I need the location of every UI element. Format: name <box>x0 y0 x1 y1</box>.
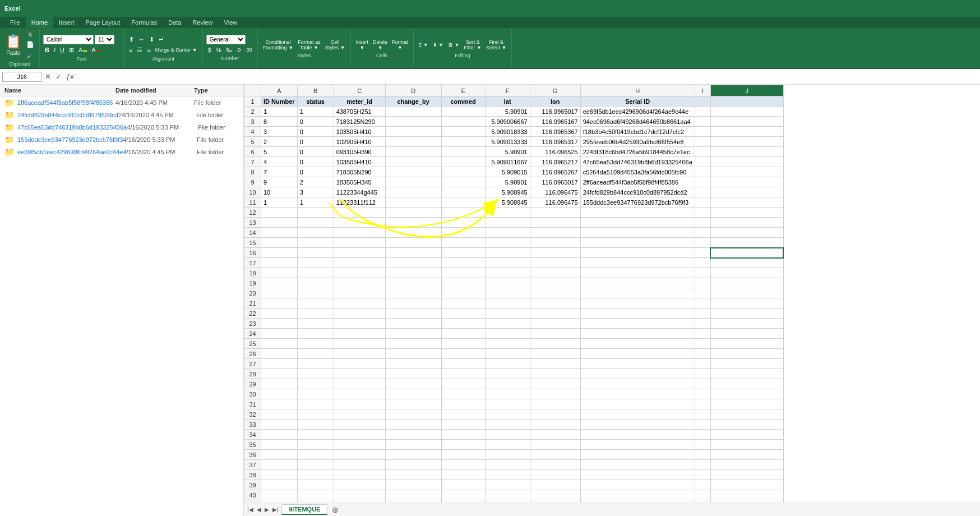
cell-a11[interactable]: 1 <box>261 197 298 208</box>
cell-j40[interactable] <box>710 490 783 500</box>
cell-c22[interactable] <box>334 308 385 319</box>
cell-d7[interactable] <box>385 157 441 167</box>
cell-e34[interactable] <box>441 430 485 440</box>
cell-b4[interactable]: 0 <box>297 127 334 137</box>
cell-i41[interactable] <box>695 500 710 503</box>
cell-a10[interactable]: 10 <box>261 187 298 197</box>
cell-c11[interactable]: 11223311f112 <box>334 197 385 208</box>
cell-h18[interactable] <box>580 268 695 278</box>
cell-a8[interactable]: 7 <box>261 167 298 177</box>
cell-d29[interactable] <box>385 379 441 389</box>
row-header-28[interactable]: 28 <box>244 369 261 379</box>
row-header-38[interactable]: 38 <box>244 470 261 480</box>
cell-a41[interactable] <box>261 500 298 503</box>
cell-f22[interactable] <box>485 308 530 319</box>
italic-button[interactable]: I <box>52 45 57 54</box>
cell-a25[interactable] <box>261 339 298 349</box>
cell-f13[interactable] <box>485 218 530 228</box>
cell-f1[interactable]: lat <box>485 96 530 107</box>
cell-f21[interactable] <box>485 298 530 308</box>
row-header-26[interactable]: 26 <box>244 349 261 359</box>
cell-i25[interactable] <box>695 339 710 349</box>
file-item[interactable]: 📁 155dddc3ee934776923d972bcb76f9f3 4/16/… <box>0 133 243 146</box>
cell-g5[interactable]: 116.0965317 <box>530 137 580 147</box>
cell-g13[interactable] <box>530 218 580 228</box>
row-header-9[interactable]: 9 <box>244 177 261 187</box>
cell-a22[interactable] <box>261 308 298 319</box>
cell-c26[interactable] <box>334 349 385 359</box>
cell-g33[interactable] <box>530 420 580 430</box>
cell-h7[interactable]: 47c65ea53dd746319b8b6d193325406a <box>580 157 695 167</box>
cell-e22[interactable] <box>441 308 485 319</box>
cell-h35[interactable] <box>580 440 695 450</box>
cell-i16[interactable] <box>695 248 710 258</box>
cell-styles-button[interactable]: CellStyles ▼ <box>323 38 347 52</box>
cell-i28[interactable] <box>695 369 710 379</box>
cell-c13[interactable] <box>334 218 385 228</box>
cell-f29[interactable] <box>485 379 530 389</box>
cell-e18[interactable] <box>441 268 485 278</box>
cell-c37[interactable] <box>334 460 385 470</box>
cell-h38[interactable] <box>580 470 695 480</box>
cell-b36[interactable] <box>297 450 334 460</box>
cell-a18[interactable] <box>261 268 298 278</box>
cell-b6[interactable]: 0 <box>297 147 334 157</box>
cell-h11[interactable]: 155dddc3ee934776923d972bcb76f9f3 <box>580 197 695 208</box>
cell-j36[interactable] <box>710 450 783 460</box>
cell-e28[interactable] <box>441 369 485 379</box>
cell-e5[interactable] <box>441 137 485 147</box>
cell-h27[interactable] <box>580 359 695 369</box>
row-header-25[interactable]: 25 <box>244 339 261 349</box>
row-header-12[interactable]: 12 <box>244 208 261 218</box>
cell-f3[interactable]: 5.909006667 <box>485 117 530 127</box>
cell-c29[interactable] <box>334 379 385 389</box>
cell-j21[interactable] <box>710 298 783 308</box>
tab-data[interactable]: Data <box>163 17 187 28</box>
cell-c40[interactable] <box>334 490 385 500</box>
cell-b28[interactable] <box>297 369 334 379</box>
cell-g2[interactable]: 116.0965017 <box>530 107 580 117</box>
cell-a39[interactable] <box>261 480 298 490</box>
cell-f41[interactable] <box>485 500 530 503</box>
cell-b37[interactable] <box>297 460 334 470</box>
row-header-35[interactable]: 35 <box>244 440 261 450</box>
cell-c1[interactable]: meter_id <box>334 96 385 107</box>
cell-b16[interactable] <box>297 248 334 258</box>
cell-f28[interactable] <box>485 369 530 379</box>
cell-f26[interactable] <box>485 349 530 359</box>
cell-d24[interactable] <box>385 329 441 339</box>
file-item[interactable]: 📁 47c65ea53dd746319b8b6d193325406a 4/16/… <box>0 121 243 133</box>
cell-d28[interactable] <box>385 369 441 379</box>
cell-f20[interactable] <box>485 288 530 298</box>
col-header-d[interactable]: D <box>385 85 441 96</box>
cell-d9[interactable] <box>385 177 441 187</box>
cell-e37[interactable] <box>441 460 485 470</box>
cell-h9[interactable]: 2ff6aceadf544f3ab5f58f98f4f85386 <box>580 177 695 187</box>
row-header-22[interactable]: 22 <box>244 308 261 319</box>
cell-i10[interactable] <box>695 187 710 197</box>
cell-j16[interactable] <box>710 248 783 258</box>
cell-f9[interactable]: 5.90901 <box>485 177 530 187</box>
cell-j9[interactable] <box>710 177 783 187</box>
cell-e26[interactable] <box>441 349 485 359</box>
cell-g4[interactable]: 116.0965367 <box>530 127 580 137</box>
cell-g22[interactable] <box>530 308 580 319</box>
cell-e17[interactable] <box>441 258 485 268</box>
cell-d39[interactable] <box>385 480 441 490</box>
cell-h33[interactable] <box>580 420 695 430</box>
cell-g3[interactable]: 116.0965167 <box>530 117 580 127</box>
comma-button[interactable]: ‰ <box>224 45 234 54</box>
wrap-text-button[interactable]: ↵ <box>157 35 165 44</box>
align-center-button[interactable]: ☰ <box>135 45 144 55</box>
cell-c28[interactable] <box>334 369 385 379</box>
cell-b26[interactable] <box>297 349 334 359</box>
col-header-h[interactable]: H <box>580 85 695 96</box>
cell-b8[interactable]: 0 <box>297 167 334 177</box>
cell-j23[interactable] <box>710 319 783 329</box>
cell-i17[interactable] <box>695 258 710 268</box>
cell-b15[interactable] <box>297 238 334 248</box>
file-item[interactable]: 📁 24fcfd829b844ccc910c0d897952dcd2 4/16/… <box>0 109 243 121</box>
cell-e2[interactable] <box>441 107 485 117</box>
font-size-select[interactable]: 11 <box>95 35 114 44</box>
cell-g25[interactable] <box>530 339 580 349</box>
